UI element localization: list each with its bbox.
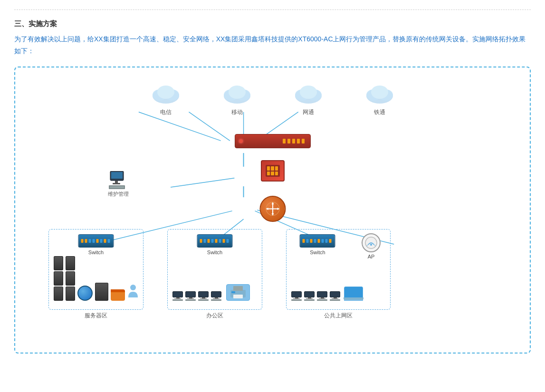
maintenance-label: 维护管理 — [108, 191, 129, 198]
pub-port-4 — [314, 239, 316, 243]
router-circle — [259, 196, 286, 222]
svg-rect-43 — [233, 295, 243, 298]
core-switch-box — [261, 160, 285, 182]
dot-1 — [267, 166, 270, 171]
pub-port-7 — [325, 239, 328, 243]
firewall-box — [235, 134, 311, 148]
pub-port-6 — [322, 239, 324, 243]
switch-port-6 — [100, 239, 103, 243]
switch-public: Switch — [300, 234, 335, 255]
pc-1 — [172, 291, 183, 301]
svg-point-46 — [370, 244, 372, 246]
zone-public-label: 公共上网区 — [324, 312, 353, 320]
section-title: 三、实施方案 — [14, 19, 531, 29]
isp-row: 电信 移动 网通 — [25, 82, 520, 116]
ap-label: AP — [368, 254, 375, 259]
dot-6 — [275, 172, 278, 176]
zone-public: Switch AP — [286, 229, 391, 310]
isp-mobile: 移动 — [220, 82, 254, 116]
svg-rect-44 — [231, 291, 235, 293]
description: 为了有效解决以上问题，给XX集团打造一个高速、稳定、安全网络，XX集团采用鑫塔科… — [14, 33, 531, 57]
server-rack-4 — [66, 256, 75, 270]
server-rack-7 — [95, 283, 108, 301]
person-icon — [127, 284, 139, 301]
isp-unicom-label: 网通 — [303, 108, 314, 116]
switch-port-7 — [104, 239, 106, 243]
rack-group-1 — [54, 256, 63, 301]
public-computers — [291, 287, 363, 301]
isp-telecom-label: 电信 — [160, 108, 172, 116]
svg-point-18 — [229, 86, 246, 99]
svg-point-26 — [371, 86, 388, 99]
pub-port-2 — [306, 239, 309, 243]
maintenance-pc: 维护管理 — [108, 171, 129, 198]
server-rack-1 — [54, 256, 63, 270]
network-diagram: 电信 移动 网通 — [14, 67, 531, 354]
rack-group-2 — [66, 256, 75, 301]
pub-port-8 — [329, 239, 332, 243]
isp-mobile-label: 移动 — [231, 108, 243, 116]
svg-point-22 — [300, 86, 317, 99]
office-port-4 — [211, 239, 214, 243]
firewall-device — [235, 134, 311, 148]
pub-port-3 — [310, 239, 313, 243]
server-rack-3 — [54, 287, 63, 301]
pub-port-1 — [303, 239, 305, 243]
dot-2 — [271, 166, 274, 171]
dot-3 — [275, 166, 278, 171]
switch-servers-label: Switch — [88, 249, 104, 255]
svg-point-40 — [130, 285, 136, 290]
isp-unicom: 网通 — [292, 82, 325, 116]
switch-public-label: Switch — [310, 249, 325, 255]
printer-icon — [226, 284, 250, 301]
folder-icon — [111, 289, 125, 301]
firewall-port-3 — [292, 139, 295, 143]
firewall-port-5 — [302, 139, 305, 143]
switch-port-1 — [81, 239, 84, 243]
zone-servers-label: 服务器区 — [85, 312, 107, 320]
isp-railcom: 铁通 — [363, 82, 396, 116]
pub-pc-2 — [304, 291, 315, 301]
switch-port-8 — [108, 239, 110, 243]
dot-5 — [271, 172, 274, 176]
firewall-port-4 — [297, 139, 300, 143]
switch-servers-box — [78, 234, 114, 248]
server-rack-2 — [54, 271, 63, 286]
pc-4 — [211, 291, 221, 301]
switch-office: Switch — [197, 234, 233, 255]
pub-port-5 — [318, 239, 320, 243]
svg-rect-29 — [115, 181, 118, 183]
office-port-8 — [227, 239, 229, 243]
office-port-3 — [208, 239, 210, 243]
firewall-port-2 — [287, 139, 290, 143]
laptop-icon — [344, 287, 363, 301]
server-rack-6 — [66, 287, 75, 301]
core-switch — [261, 160, 285, 182]
pub-pc-4 — [330, 291, 340, 301]
svg-point-14 — [157, 86, 174, 99]
switch-port-3 — [89, 239, 91, 243]
ap-device: AP — [362, 233, 381, 259]
pc-2 — [185, 291, 196, 301]
top-divider — [14, 10, 531, 10]
svg-rect-42 — [233, 286, 243, 291]
server-racks — [54, 256, 139, 301]
switch-port-4 — [93, 239, 95, 243]
isp-telecom: 电信 — [149, 82, 182, 116]
globe-icon — [77, 286, 93, 301]
office-port-2 — [204, 239, 206, 243]
router-hub — [259, 196, 286, 222]
pub-pc-1 — [291, 291, 302, 301]
office-port-7 — [223, 239, 225, 243]
office-port-1 — [200, 239, 202, 243]
svg-rect-30 — [113, 183, 120, 184]
zone-office-label: 办公区 — [206, 312, 223, 320]
pc-3 — [198, 291, 209, 301]
core-switch-inner — [266, 165, 280, 177]
zone-office: Switch — [167, 229, 262, 310]
pub-pc-3 — [317, 291, 327, 301]
switch-port-2 — [85, 239, 87, 243]
firewall-port-1 — [283, 139, 286, 143]
isp-railcom-label: 铁通 — [374, 108, 385, 116]
svg-line-6 — [171, 178, 234, 187]
